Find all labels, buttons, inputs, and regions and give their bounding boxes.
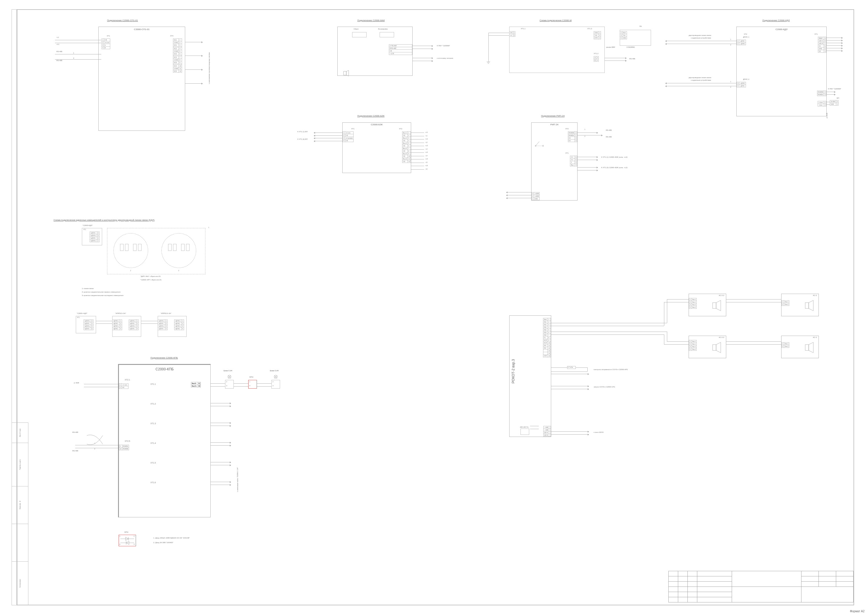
kdl-title: Подключение С2000-КДЛ xyxy=(763,19,790,22)
side-sign-date: Подпись и дата xyxy=(19,459,21,470)
bki-title: Подключение С2000-БКИ xyxy=(357,19,385,22)
sp1-rs485a: RS-485 xyxy=(56,51,62,53)
akb-icon xyxy=(521,428,529,435)
switch-icon xyxy=(535,140,547,147)
svg-marker-12 xyxy=(716,300,721,311)
speaker-AC2-2: АС-2 1Лин.1 2Лин.2 xyxy=(781,336,819,358)
speaker-AC2-1: АС-2 1Лин.1 2Лин.2 xyxy=(781,294,819,316)
c2000m-rs485: RS-485 xyxy=(629,58,635,60)
svg-marker-14 xyxy=(809,300,813,311)
rip-block: РИП 24 XT2 RS485B2 RS485A1 K34 K33 XT1 0… xyxy=(531,122,578,200)
bzk-out-label: -L1 xyxy=(425,135,427,136)
side-inv: Инв.№ подл. xyxy=(19,428,21,437)
bzk-out-line xyxy=(411,139,424,140)
bzk-out-label: +L2 xyxy=(425,138,428,140)
bzk-out-label: -L3 xyxy=(425,148,427,150)
sp1-block: С2000-СП1-01 XT1 10 В 2+U осн 3А 4В XT4 … xyxy=(98,26,185,131)
diode-icon xyxy=(120,536,134,545)
bzk-out-label: +L6 xyxy=(425,164,428,166)
side-vzam: Взам.инв. № xyxy=(19,501,21,509)
sp1-title: Подключение С2000-СП1-01 xyxy=(107,19,138,22)
bzk-out-line xyxy=(411,163,424,163)
rip-title: Подключение РИП-24 xyxy=(541,115,564,117)
bki-block: Сброс Блокировка A "RS-485" B"RS-485" 0 … xyxy=(337,26,412,76)
bzk-out-label: +L5 xyxy=(425,158,428,160)
side-sogl: Согласовано xyxy=(19,579,21,588)
svg-rect-17 xyxy=(805,344,809,350)
speaker-icon xyxy=(712,342,724,353)
bzk-out-line xyxy=(411,149,424,150)
sp1-device: С2000-СП1-01 xyxy=(99,28,185,31)
c2000m-title: Схема подключения С2000-М xyxy=(539,19,572,22)
bzk-out-line xyxy=(411,152,424,153)
format-label: Формат А2 xyxy=(850,610,865,613)
speaker-icon xyxy=(804,300,816,311)
bzk-block: С2000-БЗК XT1 1+U осн. 20 В 3+U резерв 4… xyxy=(342,122,411,173)
svg-marker-16 xyxy=(716,342,721,353)
svg-marker-18 xyxy=(809,342,813,353)
bzk-out-label: -L5 xyxy=(425,161,427,163)
kdl2-title: Схема подключения адресных извещателей к… xyxy=(54,219,155,221)
kpb-title: Подключение С2000-КПБ xyxy=(150,357,178,359)
kdl-block: С2000-КДЛ XT2 ДПЛС 1 1- ДПЛС 2+ ДПЛС ДПЛ… xyxy=(736,26,827,116)
svg-line-1 xyxy=(536,141,539,146)
bzk-out-label: -L4 xyxy=(425,155,427,157)
bzk-out-label: +L1 xyxy=(425,131,428,133)
bzk-out-line xyxy=(411,143,424,143)
svg-rect-11 xyxy=(713,303,716,309)
bzk-out-label: -L2 xyxy=(425,141,427,143)
speaker-icon xyxy=(712,300,724,311)
bzk-out-label: -L6 xyxy=(425,168,427,170)
light-icon-1 xyxy=(228,375,231,378)
bzk-title: Подключение С2000-БЗК xyxy=(357,115,384,117)
kpb-right-note: к световым табло "БЛИК С-24" xyxy=(237,411,239,492)
sp1-right-note: к автоматике противопожарных систем xyxy=(208,32,210,84)
bzk-out-label: +L4 xyxy=(425,151,428,153)
kdl-src: от БЭК xyxy=(826,113,828,118)
svg-rect-13 xyxy=(805,303,809,309)
c2000m-block xyxy=(509,26,605,73)
bzk-out-line xyxy=(411,159,424,160)
light-icon-2 xyxy=(274,375,277,378)
speaker-icon xyxy=(804,342,816,353)
svg-rect-15 xyxy=(713,344,716,350)
speaker-AC22-1: АС-2-2 1Лин.1 2Лин.1 3Лин.2 4Лин.2 xyxy=(688,294,726,316)
speaker-AC22-2: АС-2-2 1Лин.1 2Лин.1 3Лин.2 4Лин.2 xyxy=(688,336,726,358)
detector-1 xyxy=(113,233,148,268)
sp1-rs485b: RS-485 xyxy=(56,60,62,61)
rokot-block: РОКОТ-2 вар.3 Зем1 Л012 Л013 Л024 Л025 Л… xyxy=(509,315,551,437)
detector-2 xyxy=(161,233,196,268)
bzk-out-label: +L3 xyxy=(425,145,428,146)
title-block xyxy=(668,571,854,602)
svg-marker-0 xyxy=(346,70,349,76)
